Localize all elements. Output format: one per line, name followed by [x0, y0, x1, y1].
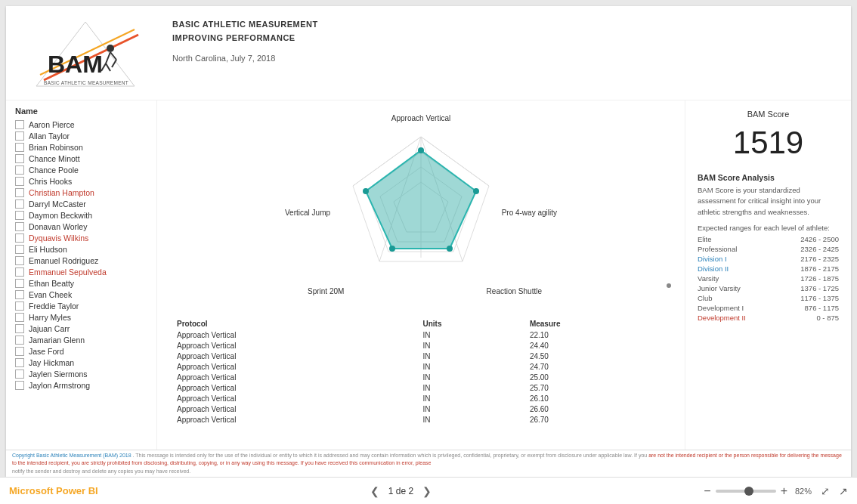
range-value: 0 - 875 [816, 314, 839, 322]
name-checkbox[interactable] [15, 279, 24, 288]
table-cell: Approach Vertical [171, 404, 417, 414]
header-text: BASIC ATHLETIC MEASUREMENT IMPROVING PER… [157, 18, 318, 63]
name-item[interactable]: Jaylon Armstrong [15, 381, 147, 390]
name-checkbox[interactable] [15, 369, 24, 379]
zoom-out-btn[interactable]: − [704, 484, 710, 498]
name-item[interactable]: Eli Hudson [15, 245, 147, 254]
name-item[interactable]: Ethan Beatty [15, 279, 147, 288]
table-cell: 24.40 [524, 340, 671, 351]
name-checkbox[interactable] [15, 177, 24, 186]
prev-page-btn[interactable]: ❮ [367, 484, 382, 499]
name-checkbox[interactable] [15, 313, 24, 322]
name-checkbox[interactable] [15, 154, 24, 163]
name-checkbox[interactable] [15, 245, 24, 254]
svg-point-25 [363, 188, 369, 194]
name-item[interactable]: Evan Cheek [15, 290, 147, 299]
name-checkbox[interactable] [15, 143, 24, 152]
name-item[interactable]: Harry Myles [15, 313, 147, 322]
name-item[interactable]: Emanuel Rodriguez [15, 256, 147, 265]
range-value: 1876 - 2175 [800, 264, 839, 273]
radar-section: Approach Vertical Vertical Jump Pro 4-wa… [163, 107, 679, 318]
range-label: Junior Varsity [698, 284, 741, 292]
name-item[interactable]: Chance Minott [15, 154, 147, 163]
range-label: Development II [698, 314, 746, 322]
svg-point-23 [447, 246, 453, 252]
name-checkbox[interactable] [15, 211, 24, 220]
name-label: Evan Cheek [29, 290, 72, 299]
name-checkbox[interactable] [15, 324, 24, 333]
name-item[interactable]: Donavan Worley [15, 222, 147, 231]
name-item[interactable]: Christian Hampton [15, 188, 147, 197]
share-icon[interactable]: ↗ [839, 485, 848, 497]
bam-analysis-title: BAM Score Analysis [698, 173, 839, 182]
name-checkbox[interactable] [15, 233, 24, 243]
range-row: Elite2426 - 2500 [698, 235, 839, 243]
name-item[interactable]: Jase Ford [15, 347, 147, 356]
name-checkbox[interactable] [15, 199, 24, 209]
table-cell: 25.00 [524, 372, 671, 382]
col-header-measure: Measure [524, 318, 671, 329]
range-value: 1176 - 1375 [800, 294, 839, 302]
name-checkbox[interactable] [15, 165, 24, 175]
name-checkbox[interactable] [15, 301, 24, 311]
range-value: 1726 - 1875 [800, 274, 839, 283]
name-label: Jajuan Carr [29, 324, 70, 333]
name-label: Brian Robinson [29, 143, 83, 152]
name-item[interactable]: Chance Poole [15, 165, 147, 175]
powerbi-link[interactable]: Microsoft Power BI [9, 485, 98, 496]
name-checkbox[interactable] [15, 256, 24, 265]
name-label: Jase Ford [29, 347, 64, 356]
table-cell: IN [417, 361, 524, 372]
table-cell: IN [417, 414, 524, 425]
name-item[interactable]: Jay Hickman [15, 358, 147, 367]
name-item[interactable]: Chris Hooks [15, 177, 147, 186]
name-item[interactable]: Allan Taylor [15, 131, 147, 141]
pagination: ❮ 1 de 2 ❯ [367, 484, 435, 499]
name-checkbox[interactable] [15, 131, 24, 141]
range-row: Development II0 - 875 [698, 314, 839, 322]
name-item[interactable]: Dyquavis Wilkins [15, 233, 147, 243]
table-cell: IN [417, 404, 524, 414]
report-content: Name Aaron PierceAllan TaylorBrian Robin… [6, 100, 851, 450]
name-item[interactable]: Emmanuel Sepulveda [15, 267, 147, 277]
name-item[interactable]: Jajuan Carr [15, 324, 147, 333]
table-cell: Approach Vertical [171, 393, 417, 404]
fullscreen-icon[interactable]: ⤢ [821, 485, 830, 497]
name-item[interactable]: Jaylen Siermons [15, 369, 147, 379]
zoom-in-btn[interactable]: + [781, 484, 787, 498]
next-page-btn[interactable]: ❯ [419, 484, 435, 499]
ranges-list: Elite2426 - 2500Professional2326 - 2425D… [698, 235, 839, 322]
range-row: Development I876 - 1175 [698, 304, 839, 312]
name-checkbox[interactable] [15, 358, 24, 367]
name-label: Jamarian Glenn [29, 335, 85, 345]
page-indicator: 1 de 2 [388, 486, 413, 496]
name-checkbox[interactable] [15, 120, 24, 129]
header-title: BASIC ATHLETIC MEASUREMENT IMPROVING PER… [172, 18, 318, 45]
name-item[interactable]: Freddie Taylor [15, 301, 147, 311]
name-item[interactable]: Jamarian Glenn [15, 335, 147, 345]
name-checkbox[interactable] [15, 381, 24, 390]
table-row: Approach VerticalIN25.00 [171, 372, 671, 382]
name-label: Chance Minott [29, 154, 80, 163]
data-table: Protocol Units Measure Approach Vertical… [171, 318, 671, 425]
name-item[interactable]: Darryl McCaster [15, 199, 147, 209]
name-checkbox[interactable] [15, 347, 24, 356]
name-checkbox[interactable] [15, 267, 24, 277]
table-cell: IN [417, 372, 524, 382]
zoom-slider[interactable] [716, 490, 776, 493]
center-area: Approach Vertical Vertical Jump Pro 4-wa… [157, 100, 685, 450]
name-item[interactable]: Aaron Pierce [15, 120, 147, 129]
table-cell: 24.70 [524, 361, 671, 372]
name-checkbox[interactable] [15, 290, 24, 299]
table-row: Approach VerticalIN24.50 [171, 351, 671, 361]
radar-label-bottom-right: Reaction Shuttle [487, 287, 542, 295]
name-item[interactable]: Daymon Beckwith [15, 211, 147, 220]
name-item[interactable]: Brian Robinson [15, 143, 147, 152]
name-label: Christian Hampton [29, 188, 94, 197]
name-checkbox[interactable] [15, 335, 24, 345]
svg-text:BASIC ATHLETIC MEASUREMENT: BASIC ATHLETIC MEASUREMENT [44, 80, 128, 85]
name-checkbox[interactable] [15, 188, 24, 197]
bottom-bar: Microsoft Power BI ❮ 1 de 2 ❯ − + 82% ⤢ … [0, 477, 857, 504]
name-checkbox[interactable] [15, 222, 24, 231]
copyright-text: Copyright Basic Athletic Measurement (BA… [12, 452, 845, 476]
